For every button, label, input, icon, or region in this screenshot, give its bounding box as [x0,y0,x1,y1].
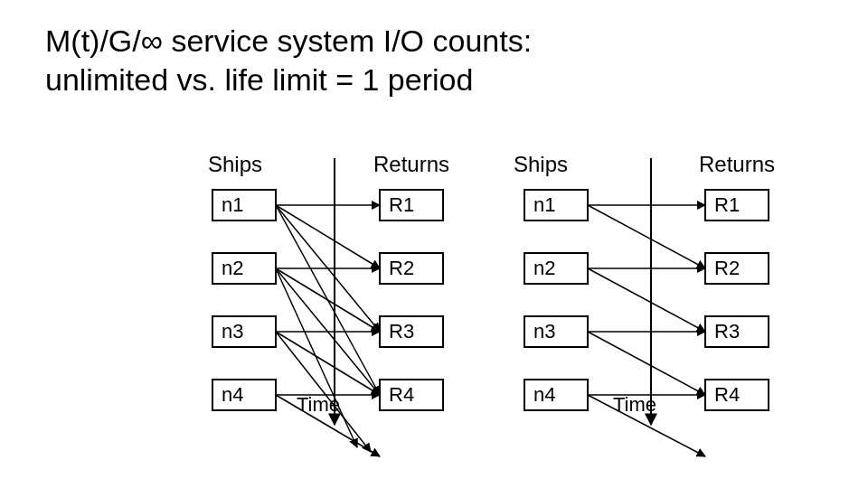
left-returns-header: Returns [373,152,449,176]
svg-text:n3: n3 [533,320,555,343]
left-return-r1: R1 [380,190,443,221]
left-arrow-n2-r3 [276,268,380,332]
left-arrow-n3-r4 [276,332,380,395]
left-return-r3: R3 [380,316,443,347]
svg-text:R1: R1 [714,193,740,216]
svg-text:n1: n1 [533,193,555,216]
left-ship-n2: n2 [212,253,276,284]
svg-text:n2: n2 [533,257,555,279]
left-arrow-n2-overflow [276,268,357,447]
left-ship-n1: n1 [212,190,276,221]
right-returns-header: Returns [699,152,775,176]
svg-text:R1: R1 [389,193,414,216]
svg-text:R2: R2 [389,257,414,279]
svg-text:n3: n3 [222,320,243,343]
right-arrow-n3-r4 [588,332,705,395]
right-return-r1: R1 [705,190,769,221]
svg-text:R4: R4 [714,383,740,406]
diagram-svg: Ships Returns Time n1 n2 n3 n4 R1 R2 R3 … [0,0,868,488]
right-return-r2: R2 [705,253,769,284]
svg-text:n4: n4 [222,383,243,406]
right-ship-n2: n2 [524,253,588,284]
right-arrow-n1-r2 [588,205,705,268]
left-arrow-n3-overflow [276,332,371,452]
svg-text:n1: n1 [222,193,243,216]
svg-text:R3: R3 [389,320,414,343]
right-return-r4: R4 [705,380,769,410]
right-ship-n3: n3 [524,316,588,347]
svg-text:R2: R2 [714,257,740,279]
left-ships-header: Ships [208,152,262,176]
right-ships-header: Ships [514,152,568,176]
left-return-r2: R2 [380,253,443,284]
left-return-r4: R4 [380,380,443,410]
svg-text:R4: R4 [389,383,414,406]
left-arrow-n1-r2 [276,205,380,268]
svg-text:n4: n4 [533,383,555,406]
right-ship-n1: n1 [524,190,588,221]
svg-text:R3: R3 [714,320,740,343]
right-ship-n4: n4 [524,380,588,410]
left-ship-n4: n4 [212,380,276,410]
left-ship-n3: n3 [212,316,276,347]
right-arrow-n2-r3 [588,268,705,332]
svg-text:n2: n2 [222,257,243,279]
right-return-r3: R3 [705,316,769,347]
